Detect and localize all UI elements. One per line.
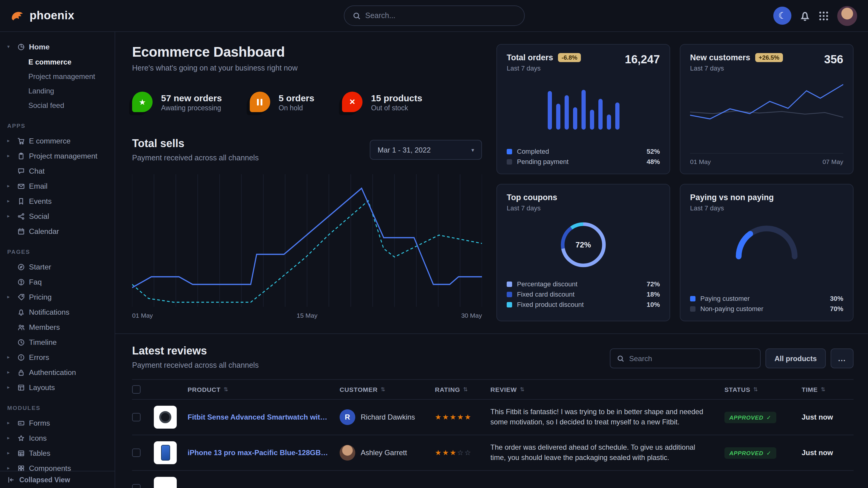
chevron-right-icon: ▸ <box>7 355 13 360</box>
rating-stars: ★★★★★ <box>435 413 490 421</box>
chevron-down-icon: ▾ <box>471 147 474 153</box>
row-checkbox[interactable] <box>132 449 141 457</box>
chevron-right-icon: ▸ <box>7 198 13 204</box>
product-thumbnail[interactable] <box>154 441 177 464</box>
sidebar-item-ecommerce[interactable]: E commerce <box>0 55 115 69</box>
legend-swatch <box>690 306 695 312</box>
select-all-checkbox[interactable] <box>132 385 141 394</box>
total-sells-title: Total sells <box>132 137 259 150</box>
sidebar-item-email[interactable]: ▸ Email <box>0 178 115 194</box>
page-title: Ecommerce Dashboard <box>132 44 482 60</box>
sidebar-item-icons[interactable]: ▸ Icons <box>0 430 115 446</box>
chevron-right-icon: ▸ <box>7 138 13 143</box>
chevron-right-icon: ▸ <box>7 183 13 189</box>
sidebar-item-faq[interactable]: Faq <box>0 274 115 289</box>
customer-avatar[interactable] <box>340 445 355 461</box>
navbar-search[interactable] <box>343 5 525 26</box>
sort-icon: ⇅ <box>223 386 228 392</box>
column-time[interactable]: TIME⇅ <box>802 386 854 393</box>
reviews-title: Latest reviews <box>132 345 259 357</box>
total-sells-chart: 01 May 15 May 30 May <box>132 174 482 319</box>
page-subtitle: Here's what's going on at your business … <box>132 64 482 72</box>
column-review[interactable]: REVIEW⇅ <box>490 386 724 393</box>
reviews-search-input[interactable] <box>629 354 753 363</box>
customer-avatar[interactable]: R <box>340 409 355 425</box>
sidebar-item-social-feed[interactable]: Social feed <box>0 98 115 113</box>
chevron-right-icon: ▸ <box>7 153 13 159</box>
table-row <box>132 471 854 488</box>
sidebar-item-chat[interactable]: Chat <box>0 163 115 178</box>
sidebar-item-timeline[interactable]: Timeline <box>0 334 115 350</box>
x-tick: 30 May <box>461 312 482 319</box>
sort-icon: ⇅ <box>381 386 385 392</box>
more-actions-button[interactable]: ... <box>831 349 854 368</box>
chevron-right-icon: ▸ <box>7 369 13 375</box>
orders-bar-chart <box>507 80 660 130</box>
form-icon <box>18 419 25 426</box>
chevron-right-icon: ▸ <box>7 214 13 219</box>
sidebar-item-tables[interactable]: ▸ Tables <box>0 446 115 461</box>
sidebar-item-home[interactable]: ▾ Home <box>0 39 115 54</box>
sidebar-item-starter[interactable]: Starter <box>0 259 115 274</box>
column-customer[interactable]: CUSTOMER⇅ <box>340 386 435 393</box>
sort-icon: ⇅ <box>463 386 468 392</box>
legend-item: Completed 52% <box>507 148 660 155</box>
sidebar-item-errors[interactable]: ▸ Errors <box>0 350 115 365</box>
row-checkbox[interactable] <box>132 413 141 421</box>
rating-stars: ★★★☆☆ <box>435 449 490 457</box>
sidebar-item-members[interactable]: Members <box>0 320 115 334</box>
theme-toggle-button[interactable]: ☾ <box>773 7 792 25</box>
sidebar-item-layouts[interactable]: ▸ Layouts <box>0 380 115 395</box>
paying-vs-nonpaying-card: Paying vs non paying Last 7 days Paying … <box>680 184 854 321</box>
user-avatar[interactable] <box>837 6 857 26</box>
mail-icon <box>18 182 25 190</box>
star-outline-icon <box>18 434 25 442</box>
legend-item: Paying customer 30% <box>690 295 843 302</box>
latest-reviews-section: Latest reviews Payment received across a… <box>115 334 868 488</box>
product-link[interactable]: iPhone 13 pro max-Pacific Blue-128GB sto… <box>188 449 340 457</box>
status-badge: APPROVED✓ <box>724 447 776 459</box>
product-thumbnail[interactable] <box>154 477 177 488</box>
column-product[interactable]: PRODUCT⇅ <box>188 386 340 393</box>
sidebar-item-events[interactable]: ▸ Events <box>0 194 115 208</box>
sidebar-item-landing[interactable]: Landing <box>0 84 115 98</box>
product-thumbnail[interactable] <box>154 406 177 429</box>
review-time: Just now <box>802 449 854 457</box>
sidebar-item-forms[interactable]: ▸ Forms <box>0 415 115 430</box>
reviews-subtitle: Payment received across all channels <box>132 361 259 369</box>
row-checkbox[interactable] <box>132 484 141 488</box>
all-products-button[interactable]: All products <box>766 349 826 368</box>
notifications-button[interactable] <box>800 10 810 21</box>
collapse-sidebar-button[interactable]: Collapsed View <box>0 471 115 488</box>
sidebar-item-authentication[interactable]: ▸ Authentication <box>0 365 115 380</box>
smartwatch-image <box>159 411 171 423</box>
chevron-right-icon: ▸ <box>7 294 13 300</box>
x-tick: 07 May <box>823 158 843 165</box>
brand[interactable]: phoenix <box>10 8 74 23</box>
legend-swatch <box>507 149 512 154</box>
sidebar-item-apps-ecommerce[interactable]: ▸ E commerce <box>0 133 115 148</box>
legend-swatch <box>507 159 512 164</box>
sidebar-item-apps-project-management[interactable]: ▸ Project management <box>0 148 115 163</box>
total-orders-card: Total orders -6.8% Last 7 days 16,247 <box>496 44 670 174</box>
review-time: Just now <box>802 413 854 421</box>
reviews-search[interactable] <box>610 349 761 368</box>
legend-item: Fixed product discount 10% <box>507 301 660 308</box>
sidebar-item-calendar[interactable]: Calendar <box>0 224 115 239</box>
total-sells-subtitle: Payment received across all channels <box>132 154 259 162</box>
search-input[interactable] <box>365 11 516 20</box>
stat-out-of-stock: × 15 products Out of stock <box>342 92 422 112</box>
column-rating[interactable]: RATING⇅ <box>435 386 490 393</box>
check-icon: ✓ <box>766 450 772 456</box>
apps-grid-button[interactable] <box>818 10 829 21</box>
previous-line <box>690 111 843 117</box>
sidebar-item-pricing[interactable]: ▸ Pricing <box>0 289 115 304</box>
date-range-select[interactable]: Mar 1 - 31, 2022 ▾ <box>370 140 482 160</box>
new-customers-chart <box>690 80 843 133</box>
sidebar-item-social[interactable]: ▸ Social <box>0 208 115 224</box>
column-status[interactable]: STATUS⇅ <box>724 386 802 393</box>
sidebar-item-notifications[interactable]: Notifications <box>0 304 115 320</box>
product-link[interactable]: Fitbit Sense Advanced Smartwatch with To… <box>188 413 340 421</box>
calendar-icon <box>18 228 25 235</box>
sidebar-item-project-management[interactable]: Project management <box>0 69 115 84</box>
